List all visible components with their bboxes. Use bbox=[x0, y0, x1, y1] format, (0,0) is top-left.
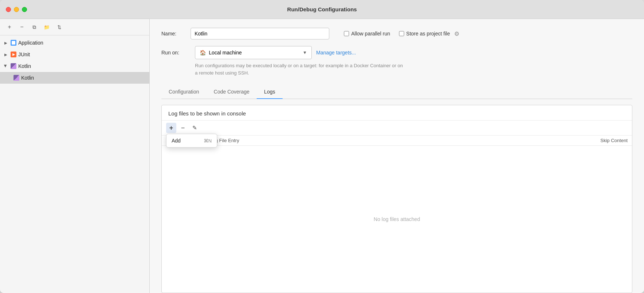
home-icon: 🏠 bbox=[200, 50, 206, 56]
minimize-button[interactable] bbox=[14, 7, 19, 12]
expand-arrow-kotlin: ▶ bbox=[3, 63, 9, 69]
gear-icon[interactable]: ⚙ bbox=[453, 30, 460, 37]
log-empty-state: No log files attached bbox=[162, 146, 632, 293]
log-columns: Is Active Log File Entry Skip Content bbox=[162, 136, 632, 146]
kotlin-icon bbox=[13, 75, 20, 81]
add-config-button[interactable]: + bbox=[4, 22, 15, 32]
maximize-button[interactable] bbox=[22, 7, 27, 12]
log-remove-button[interactable]: − bbox=[178, 123, 188, 133]
tab-code-coverage[interactable]: Code Coverage bbox=[206, 85, 257, 99]
popup-menu: Add ⌘N bbox=[166, 134, 217, 148]
sidebar-item-label-kotlin-group: Kotlin bbox=[18, 63, 31, 69]
log-add-button[interactable]: + bbox=[166, 123, 176, 133]
run-on-dropdown[interactable]: 🏠 Local machine ▼ bbox=[195, 46, 312, 59]
hint-text: Run configurations may be executed local… bbox=[195, 62, 407, 76]
run-on-row: Run on: 🏠 Local machine ▼ Manage targets… bbox=[161, 46, 632, 59]
main-panel: Name: Allow parallel run Store as projec… bbox=[150, 19, 644, 293]
close-button[interactable] bbox=[6, 7, 11, 12]
expand-arrow-application: ▶ bbox=[3, 40, 9, 46]
sidebar-item-kotlin-group[interactable]: ▶ Kotlin bbox=[0, 60, 149, 72]
sidebar-item-label-application: Application bbox=[18, 40, 43, 46]
sort-config-button[interactable]: ⇅ bbox=[54, 22, 64, 32]
tab-logs[interactable]: Logs bbox=[257, 85, 282, 99]
content-area: + − ⧉ 📁 ⇅ ▶ Application ▶ bbox=[0, 19, 644, 293]
col-skip-content: Skip Content bbox=[576, 138, 628, 143]
traffic-lights bbox=[6, 7, 27, 12]
col-log-file-entry: Log File Entry bbox=[210, 138, 576, 143]
sidebar-item-application[interactable]: ▶ Application bbox=[0, 37, 149, 49]
log-edit-button[interactable]: ✎ bbox=[189, 123, 200, 133]
junit-icon: ▶ bbox=[10, 51, 17, 58]
copy-config-button[interactable]: ⧉ bbox=[29, 22, 39, 32]
sidebar-toolbar: + − ⧉ 📁 ⇅ bbox=[0, 19, 149, 35]
run-on-select-inner: 🏠 Local machine bbox=[200, 50, 300, 56]
name-input[interactable] bbox=[191, 28, 329, 39]
allow-parallel-checkbox[interactable] bbox=[344, 31, 349, 36]
log-toolbar: + − ✎ Add ⌘N bbox=[162, 121, 632, 136]
popup-add-label: Add bbox=[172, 138, 181, 144]
tabs: Configuration Code Coverage Logs bbox=[161, 85, 632, 99]
app-icon bbox=[10, 39, 17, 46]
header-checkboxes: Allow parallel run Store as project file… bbox=[344, 30, 460, 37]
tab-configuration[interactable]: Configuration bbox=[161, 85, 206, 99]
sidebar: + − ⧉ 📁 ⇅ ▶ Application ▶ bbox=[0, 19, 150, 293]
sidebar-tree: ▶ Application ▶ ▶ JUnit ▶ bbox=[0, 35, 149, 293]
window: Run/Debug Configurations + − ⧉ 📁 ⇅ ▶ App… bbox=[0, 0, 644, 293]
sidebar-item-kotlin[interactable]: Kotlin bbox=[0, 72, 149, 84]
name-label: Name: bbox=[161, 31, 191, 37]
dropdown-arrow-icon: ▼ bbox=[303, 50, 307, 55]
sidebar-item-junit[interactable]: ▶ ▶ JUnit bbox=[0, 49, 149, 60]
store-as-project-label: Store as project file bbox=[406, 31, 450, 37]
popup-add-shortcut: ⌘N bbox=[204, 138, 212, 144]
popup-add-item[interactable]: Add ⌘N bbox=[166, 136, 217, 146]
allow-parallel-label: Allow parallel run bbox=[351, 31, 390, 37]
name-row: Name: Allow parallel run Store as projec… bbox=[161, 28, 632, 39]
log-panel: Log files to be shown in console + − ✎ A… bbox=[161, 105, 632, 293]
manage-targets-link[interactable]: Manage targets... bbox=[316, 50, 356, 56]
sidebar-item-label-junit: JUnit bbox=[18, 52, 30, 57]
expand-arrow-junit: ▶ bbox=[3, 52, 9, 57]
store-as-project-item: Store as project file ⚙ bbox=[399, 30, 460, 37]
titlebar: Run/Debug Configurations bbox=[0, 0, 644, 19]
sidebar-item-label-kotlin: Kotlin bbox=[21, 75, 34, 81]
run-on-value: Local machine bbox=[209, 50, 242, 56]
log-panel-header: Log files to be shown in console bbox=[162, 105, 632, 121]
allow-parallel-item: Allow parallel run bbox=[344, 31, 390, 37]
window-title: Run/Debug Configurations bbox=[287, 6, 357, 12]
store-as-project-checkbox[interactable] bbox=[399, 31, 404, 36]
remove-config-button[interactable]: − bbox=[17, 22, 27, 32]
move-config-button[interactable]: 📁 bbox=[42, 22, 52, 32]
kotlin-group-icon bbox=[10, 63, 17, 69]
run-on-label: Run on: bbox=[161, 50, 191, 56]
